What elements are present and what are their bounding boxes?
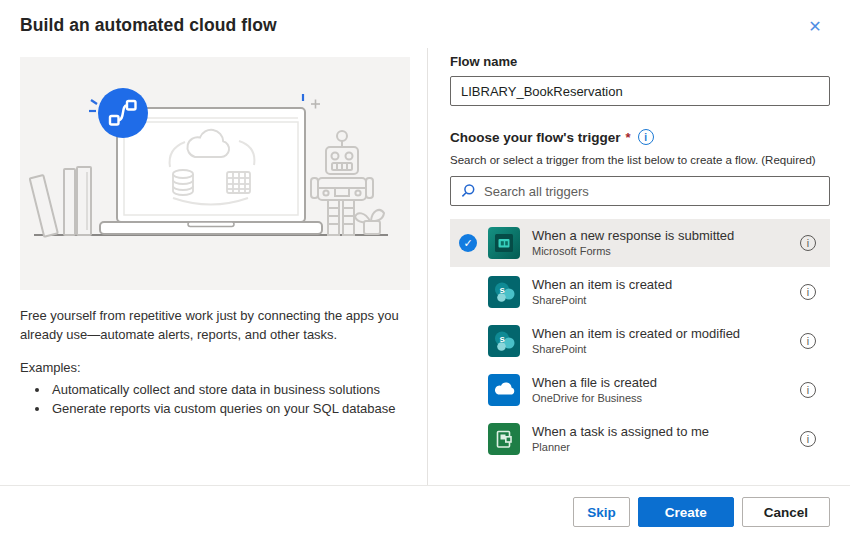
create-button[interactable]: Create — [638, 497, 734, 527]
svg-text:s: s — [499, 333, 504, 344]
left-panel: Free yourself from repetitive work just … — [20, 57, 410, 418]
cloud-flow-illustration — [20, 57, 410, 290]
books-graphic — [30, 167, 91, 237]
trigger-service: OneDrive for Business — [532, 392, 800, 405]
trigger-row-sharepoint-modified[interactable]: s When an item is created or modified Sh… — [450, 317, 830, 365]
example-item: Automatically collect and store data in … — [50, 380, 410, 399]
plus-sparkle — [311, 100, 320, 109]
trigger-text: When an item is created or modified Shar… — [532, 326, 800, 356]
panel-description: Free yourself from repetitive work just … — [20, 306, 410, 344]
example-item: Generate reports via custom queries on y… — [50, 399, 410, 418]
planner-icon — [488, 423, 520, 455]
trigger-text: When a file is created OneDrive for Busi… — [532, 375, 800, 405]
trigger-help-text: Search or select a trigger from the list… — [450, 154, 830, 166]
info-icon[interactable]: i — [638, 129, 654, 145]
cancel-button[interactable]: Cancel — [742, 497, 830, 527]
check-column: ✓ — [459, 234, 488, 252]
info-icon[interactable]: i — [800, 235, 816, 251]
trigger-row-planner-task-assigned[interactable]: When a task is assigned to me Planner i — [450, 415, 830, 463]
trigger-title: When an item is created or modified — [532, 326, 800, 341]
robot-graphic — [311, 131, 373, 235]
skip-button[interactable]: Skip — [573, 497, 630, 527]
flow-name-input[interactable] — [450, 76, 830, 106]
illustration-svg — [20, 57, 410, 290]
trigger-row-onedrive-file-created[interactable]: When a file is created OneDrive for Busi… — [450, 366, 830, 414]
sharepoint-icon: s — [488, 325, 520, 357]
trigger-list: ✓ When a new response is submitted Micro… — [450, 219, 830, 463]
trigger-title: When a task is assigned to me — [532, 424, 800, 439]
trigger-text: When a task is assigned to me Planner — [532, 424, 800, 454]
microsoft-forms-icon — [488, 227, 520, 259]
trigger-row-sharepoint-created[interactable]: s When an item is created SharePoint i — [450, 268, 830, 316]
info-icon[interactable]: i — [800, 431, 816, 447]
examples-list: Automatically collect and store data in … — [20, 380, 410, 418]
vertical-divider — [427, 48, 428, 485]
trigger-text: When a new response is submitted Microso… — [532, 228, 800, 258]
trigger-service: Microsoft Forms — [532, 245, 800, 258]
dialog-footer: Skip Create Cancel — [0, 485, 850, 538]
right-panel: Flow name Choose your flow's trigger * i… — [450, 54, 830, 464]
trigger-label: Choose your flow's trigger — [450, 130, 620, 145]
trigger-header: Choose your flow's trigger * i — [450, 129, 830, 145]
onedrive-icon — [488, 374, 520, 406]
trigger-service: SharePoint — [532, 343, 800, 356]
selected-check-icon: ✓ — [459, 234, 477, 252]
trigger-title: When an item is created — [532, 277, 800, 292]
trigger-search-box[interactable] — [450, 176, 830, 206]
search-icon — [460, 183, 476, 199]
sharepoint-icon: s — [488, 276, 520, 308]
trigger-title: When a new response is submitted — [532, 228, 800, 243]
trigger-service: Planner — [532, 441, 800, 454]
build-automated-flow-dialog: Build an automated cloud flow ✕ — [0, 0, 850, 538]
info-icon[interactable]: i — [800, 284, 816, 300]
close-icon[interactable]: ✕ — [804, 16, 826, 38]
info-icon[interactable]: i — [800, 333, 816, 349]
trigger-text: When an item is created SharePoint — [532, 277, 800, 307]
flow-name-label: Flow name — [450, 54, 830, 69]
dialog-title: Build an automated cloud flow — [20, 15, 277, 36]
examples-label: Examples: — [20, 359, 410, 377]
search-input[interactable] — [484, 184, 820, 199]
info-icon[interactable]: i — [800, 382, 816, 398]
trigger-row-microsoft-forms[interactable]: ✓ When a new response is submitted Micro… — [450, 219, 830, 267]
trigger-title: When a file is created — [532, 375, 800, 390]
power-automate-badge-icon — [98, 88, 148, 138]
trigger-service: SharePoint — [532, 294, 800, 307]
plant-graphic — [355, 210, 384, 234]
svg-text:s: s — [499, 284, 504, 295]
required-asterisk: * — [625, 130, 630, 145]
